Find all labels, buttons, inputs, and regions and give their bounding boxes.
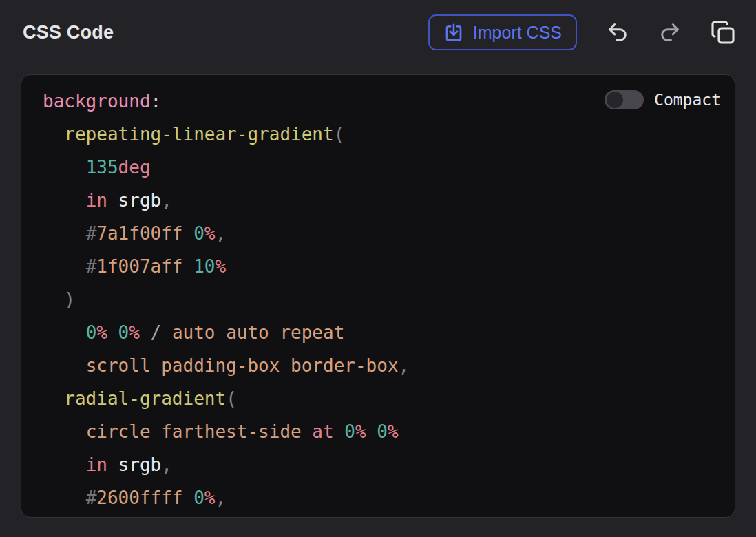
code-token-number: 0 xyxy=(193,487,204,508)
code-token-keyword: % xyxy=(215,256,226,277)
code-token-value: circle farthest-side xyxy=(86,421,302,442)
code-token-plain xyxy=(366,421,377,442)
code-token-keyword: at xyxy=(302,421,345,442)
code-token-number: 0 xyxy=(86,322,97,343)
header-actions: Import CSS xyxy=(428,14,735,50)
code-token-value: 7a1f00ff xyxy=(96,223,182,244)
code-token-property: background xyxy=(43,91,151,112)
code-token-punct: , xyxy=(215,223,226,244)
code-token-keyword: % xyxy=(204,487,216,508)
code-line: repeating-linear-gradient( xyxy=(43,118,735,151)
compact-toggle[interactable] xyxy=(605,90,644,109)
code-token-value: 2600ffff xyxy=(96,487,182,508)
code-token-plain: srgb xyxy=(107,190,161,211)
code-token-value: 1f007aff xyxy=(96,256,182,277)
code-token-punct: , xyxy=(161,454,172,475)
code-line: radial-gradient( xyxy=(43,382,735,415)
undo-icon xyxy=(606,21,629,44)
code-line: 135deg xyxy=(43,151,735,184)
code-line: ) xyxy=(43,283,735,316)
code-token-number: 0 xyxy=(118,322,129,343)
import-css-button[interactable]: Import CSS xyxy=(428,14,577,50)
code-token-keyword: % xyxy=(96,322,107,343)
code-token-plain xyxy=(183,256,194,277)
code-token-hash: # xyxy=(86,487,97,508)
copy-icon xyxy=(711,20,735,45)
header: CSS Code Import CSS xyxy=(0,0,756,65)
page-title: CSS Code xyxy=(23,22,114,43)
code-token-number: 0 xyxy=(377,421,388,442)
css-code-content: background: repeating-linear-gradient( 1… xyxy=(21,75,735,514)
code-token-keyword: % xyxy=(204,223,216,244)
code-token-plain xyxy=(183,223,194,244)
compact-toggle-knob xyxy=(607,92,623,108)
code-token-colon: : xyxy=(151,91,162,112)
code-token-hash: # xyxy=(86,223,97,244)
redo-icon xyxy=(658,21,682,44)
code-token-number: 0 xyxy=(344,421,355,442)
code-token-keyword: % xyxy=(129,322,140,343)
code-token-slash: / xyxy=(140,322,172,343)
code-token-plain: srgb xyxy=(107,454,161,475)
code-token-punct: , xyxy=(399,355,410,376)
code-token-number: 10 xyxy=(193,256,215,277)
code-line: #2600ffff 0%, xyxy=(43,481,735,514)
code-token-keyword: deg xyxy=(118,157,151,178)
code-token-number: 0 xyxy=(193,223,204,244)
code-token-keyword: % xyxy=(388,421,399,442)
redo-button[interactable] xyxy=(658,21,682,44)
undo-button[interactable] xyxy=(606,21,629,44)
code-token-punct: , xyxy=(215,487,226,508)
code-line: circle farthest-side at 0% 0% xyxy=(43,415,735,448)
import-icon xyxy=(443,22,464,43)
code-token-value: scroll padding-box border-box xyxy=(86,355,399,376)
code-token-keyword: in xyxy=(86,190,107,211)
code-token-punct: , xyxy=(161,190,172,211)
code-token-keyword: % xyxy=(355,421,366,442)
code-token-function: repeating-linear-gradient xyxy=(64,124,333,145)
copy-button[interactable] xyxy=(711,20,735,45)
code-line: 0% 0% / auto auto repeat xyxy=(43,316,735,349)
code-line: scroll padding-box border-box, xyxy=(43,349,735,382)
code-token-keyword: in xyxy=(86,454,107,475)
code-token-punct: ( xyxy=(226,388,237,409)
code-line: #1f007aff 10% xyxy=(43,250,735,283)
code-token-punct: ( xyxy=(334,124,345,145)
code-token-value: auto auto repeat xyxy=(172,322,344,343)
code-token-plain xyxy=(107,322,118,343)
code-line: in srgb, xyxy=(43,184,735,217)
compact-toggle-row: Compact xyxy=(605,90,721,109)
css-code-panel: Compact background: repeating-linear-gra… xyxy=(21,74,735,518)
import-button-label: Import CSS xyxy=(473,23,562,43)
code-line: in srgb, xyxy=(43,448,735,481)
compact-toggle-label: Compact xyxy=(654,91,721,109)
code-token-punct: ) xyxy=(64,289,75,310)
code-line: #7a1f00ff 0%, xyxy=(43,217,735,250)
code-token-function: radial-gradient xyxy=(64,388,226,409)
code-token-plain xyxy=(183,487,194,508)
code-token-number: 135 xyxy=(86,157,118,178)
code-token-hash: # xyxy=(86,256,97,277)
